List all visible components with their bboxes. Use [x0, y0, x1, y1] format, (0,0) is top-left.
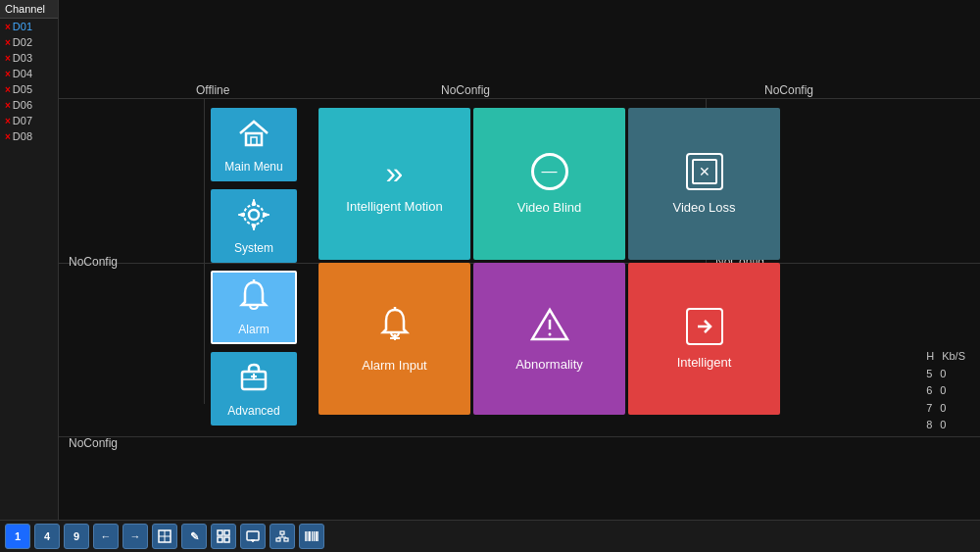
channel-d06[interactable]: × D06	[0, 97, 58, 113]
main-menu-button[interactable]: Main Menu	[211, 108, 297, 181]
channel-header: Channel	[0, 0, 58, 19]
stats-8-label: 8	[926, 417, 932, 434]
channel-d01-mark: ×	[5, 22, 11, 32]
channel-d03[interactable]: × D03	[0, 50, 58, 66]
svg-rect-28	[284, 538, 288, 541]
stats-row-7: 7 0	[926, 400, 965, 418]
gear-icon	[236, 197, 271, 236]
channel-d04-label: D04	[13, 68, 32, 79]
intelligent-label: Intelligent	[677, 355, 732, 370]
video-blind-icon	[531, 153, 568, 190]
intelligent-tile[interactable]: Intelligent	[628, 263, 780, 415]
main-content: Offline NoConfig NoConfig NoConfig NoCon…	[59, 0, 980, 520]
video-loss-label: Video Loss	[672, 200, 735, 215]
toolbar-btn-1[interactable]: 1	[5, 524, 30, 549]
svg-point-3	[244, 205, 264, 225]
advanced-button[interactable]: Advanced	[211, 352, 297, 426]
channel-d01-label: D01	[13, 21, 32, 32]
svg-point-2	[249, 210, 259, 220]
intelligent-icon	[686, 308, 723, 345]
svg-rect-22	[224, 537, 229, 542]
bag-icon	[236, 360, 271, 399]
toolbar-grid-btn[interactable]	[211, 524, 236, 549]
alarm-input-tile[interactable]: Alarm Input	[318, 263, 470, 415]
svg-rect-19	[218, 530, 222, 535]
stats-6-label: 6	[926, 382, 932, 400]
toolbar-next-btn[interactable]: →	[122, 524, 148, 549]
svg-rect-23	[247, 531, 259, 540]
bottom-toolbar: 1 4 9 ← → ✎	[0, 520, 980, 552]
intelligent-motion-tile[interactable]: Intelligent Motion	[318, 108, 470, 260]
alarm-label: Alarm	[238, 323, 269, 336]
video-blind-tile[interactable]: Video Blind	[473, 108, 625, 260]
svg-rect-26	[280, 531, 284, 534]
channel-d06-mark: ×	[5, 100, 11, 111]
channel-sidebar: Channel × D01 × D02 × D03 × D04 × D05 × …	[0, 0, 59, 520]
video-loss-tile[interactable]: Video Loss	[628, 108, 780, 260]
svg-rect-0	[246, 133, 262, 145]
video-loss-icon	[686, 153, 723, 190]
toolbar-prev-btn[interactable]: ←	[93, 524, 119, 549]
system-label: System	[234, 241, 273, 255]
v-divider-1	[204, 98, 205, 404]
home-icon	[236, 116, 271, 155]
channel-d04-mark: ×	[5, 69, 11, 79]
svg-point-14	[548, 333, 551, 336]
svg-rect-21	[218, 537, 222, 542]
intelligent-motion-label: Intelligent Motion	[346, 199, 442, 214]
channel-d06-label: D06	[13, 99, 32, 111]
channel-d07[interactable]: × D07	[0, 113, 58, 128]
channel-d05[interactable]: × D05	[0, 81, 58, 97]
channel-d08-mark: ×	[5, 131, 11, 142]
stats-5-label: 5	[926, 366, 932, 383]
stats-panel: H Kb/S 5 0 6 0 7 0 8 0	[926, 348, 965, 434]
stats-header-row: H Kb/S	[926, 348, 965, 366]
stats-8-value: 0	[940, 417, 946, 434]
channel-d04[interactable]: × D04	[0, 66, 58, 81]
abnormality-tile[interactable]: Abnormality	[473, 263, 625, 415]
menu-panel: Main Menu System Alarm	[211, 108, 297, 426]
alarm-input-icon	[376, 305, 414, 348]
stats-7-value: 0	[940, 400, 946, 418]
alarm-grid: Intelligent Motion Video Blind Video Los…	[318, 108, 780, 415]
abnormality-label: Abnormality	[515, 357, 583, 372]
channel-d07-label: D07	[13, 115, 32, 126]
label-noconfig-right: NoConfig	[764, 83, 813, 97]
stats-kbs-label: Kb/S	[942, 348, 965, 366]
channel-d02-label: D02	[13, 36, 32, 48]
alarm-button[interactable]: Alarm	[211, 271, 297, 344]
label-noconfig-top: NoConfig	[441, 83, 490, 97]
toolbar-btn-4[interactable]: 4	[34, 524, 60, 549]
alarm-bell-icon	[236, 278, 271, 318]
advanced-label: Advanced	[227, 404, 279, 418]
stats-row-6: 6 0	[926, 382, 965, 400]
channel-d08-label: D08	[13, 130, 32, 142]
channel-d01[interactable]: × D01	[0, 19, 58, 34]
svg-rect-27	[276, 538, 280, 541]
channel-d08[interactable]: × D08	[0, 128, 58, 144]
stats-row-8: 8 0	[926, 417, 965, 434]
abnormality-icon	[530, 306, 569, 347]
stats-h-label: H	[926, 348, 934, 366]
main-menu-label: Main Menu	[224, 160, 282, 174]
stats-5-value: 0	[940, 366, 946, 383]
toolbar-network-btn[interactable]	[270, 524, 295, 549]
toolbar-btn-9[interactable]: 9	[64, 524, 89, 549]
system-button[interactable]: System	[211, 189, 297, 263]
channel-d07-mark: ×	[5, 116, 11, 126]
channel-d02[interactable]: × D02	[0, 34, 58, 50]
video-blind-label: Video Blind	[517, 200, 582, 215]
label-offline: Offline	[196, 83, 229, 97]
toolbar-monitor-btn[interactable]	[240, 524, 266, 549]
label-noconfig-mid: NoConfig	[69, 255, 118, 269]
channel-d02-mark: ×	[5, 37, 11, 48]
stats-row-5: 5 0	[926, 366, 965, 383]
channel-d05-mark: ×	[5, 84, 11, 95]
stats-6-value: 0	[940, 382, 946, 400]
label-noconfig-bot: NoConfig	[69, 436, 118, 450]
toolbar-barcode-btn[interactable]	[299, 524, 324, 549]
toolbar-edit-btn[interactable]: ✎	[181, 524, 207, 549]
channel-d03-label: D03	[13, 52, 32, 64]
svg-rect-20	[224, 530, 229, 535]
toolbar-layout-btn[interactable]	[152, 524, 177, 549]
